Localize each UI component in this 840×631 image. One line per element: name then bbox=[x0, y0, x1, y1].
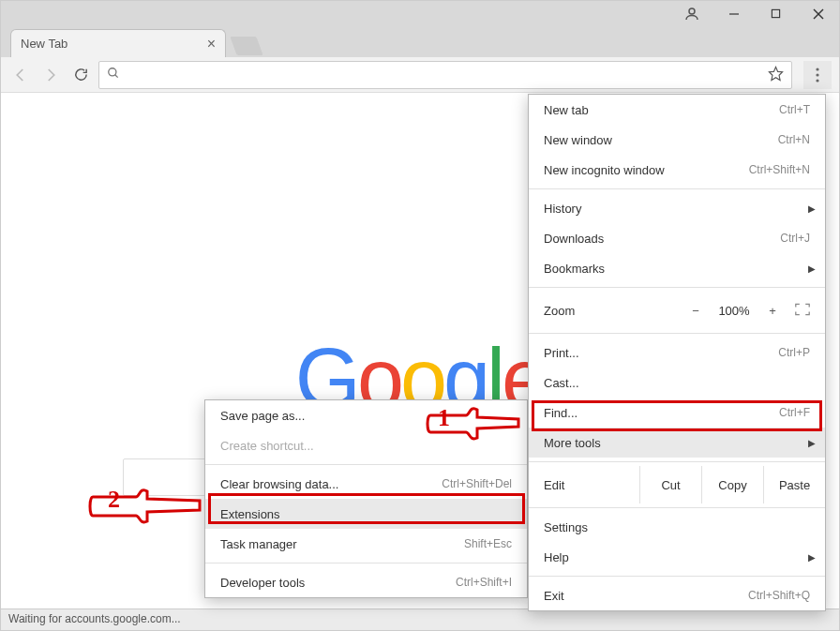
menu-label: Task manager bbox=[220, 537, 297, 551]
menu-find[interactable]: Find... Ctrl+F bbox=[529, 398, 825, 428]
menu-label: Settings bbox=[544, 520, 588, 534]
submenu-task-manager[interactable]: Task manager Shift+Esc bbox=[205, 529, 527, 559]
menu-separator bbox=[529, 507, 825, 508]
menu-help[interactable]: Help ▶ bbox=[529, 542, 825, 572]
menu-label: Find... bbox=[544, 406, 578, 420]
menu-new-tab[interactable]: New tab Ctrl+T bbox=[529, 95, 825, 125]
chevron-right-icon: ▶ bbox=[808, 203, 816, 214]
submenu-developer-tools[interactable]: Developer tools Ctrl+Shift+I bbox=[205, 567, 527, 597]
annotation-number-1: 1 bbox=[438, 404, 450, 432]
menu-separator bbox=[529, 576, 825, 577]
menu-label: Help bbox=[544, 550, 569, 564]
menu-label: Create shortcut... bbox=[220, 439, 314, 453]
zoom-label: Zoom bbox=[544, 304, 681, 318]
back-button[interactable] bbox=[8, 63, 33, 87]
menu-label: Clear browsing data... bbox=[220, 477, 338, 491]
minimize-button[interactable] bbox=[712, 1, 755, 26]
status-bar: Waiting for accounts.google.com... bbox=[1, 608, 839, 630]
menu-shortcut: Ctrl+Shift+I bbox=[456, 576, 512, 589]
edit-copy-button[interactable]: Copy bbox=[701, 466, 763, 503]
svg-rect-2 bbox=[772, 9, 779, 17]
menu-print[interactable]: Print... Ctrl+P bbox=[529, 338, 825, 368]
chevron-right-icon: ▶ bbox=[808, 438, 816, 448]
account-icon[interactable] bbox=[670, 1, 712, 26]
annotation-number-2: 2 bbox=[108, 486, 120, 514]
reload-button[interactable] bbox=[68, 63, 93, 87]
omnibox-input[interactable] bbox=[126, 67, 762, 83]
zoom-value: 100% bbox=[711, 304, 758, 318]
new-tab-button[interactable] bbox=[230, 37, 262, 55]
menu-bookmarks[interactable]: Bookmarks ▶ bbox=[529, 253, 825, 283]
edit-paste-button[interactable]: Paste bbox=[763, 466, 825, 503]
forward-button[interactable] bbox=[38, 63, 63, 87]
menu-shortcut: Shift+Esc bbox=[464, 537, 512, 550]
menu-separator bbox=[205, 464, 527, 465]
menu-shortcut: Ctrl+P bbox=[778, 346, 810, 359]
tab-new-tab[interactable]: New Tab × bbox=[10, 29, 226, 57]
menu-shortcut: Ctrl+Shift+N bbox=[749, 163, 810, 176]
svg-point-0 bbox=[689, 8, 695, 14]
menu-history[interactable]: History ▶ bbox=[529, 193, 825, 223]
menu-separator bbox=[529, 188, 825, 189]
menu-new-window[interactable]: New window Ctrl+N bbox=[529, 125, 825, 155]
zoom-in-button[interactable]: + bbox=[758, 304, 788, 318]
menu-shortcut: Ctrl+T bbox=[779, 103, 810, 116]
svg-point-5 bbox=[109, 68, 116, 76]
browser-window: New Tab × Gm Googl bbox=[0, 0, 840, 631]
status-text: Waiting for accounts.google.com... bbox=[8, 612, 181, 625]
svg-line-6 bbox=[115, 75, 118, 78]
tab-close-icon[interactable]: × bbox=[207, 37, 216, 52]
annotation-hand-1: 1 bbox=[425, 400, 528, 445]
menu-shortcut: Ctrl+Shift+Q bbox=[748, 589, 810, 602]
search-icon bbox=[107, 67, 120, 83]
annotation-hand-2: 2 bbox=[87, 482, 207, 529]
menu-label: Downloads bbox=[544, 232, 604, 246]
menu-label: More tools bbox=[544, 436, 601, 450]
fullscreen-icon[interactable] bbox=[795, 303, 810, 319]
menu-label: Bookmarks bbox=[544, 262, 605, 276]
menu-more-tools[interactable]: More tools ▶ bbox=[529, 428, 825, 458]
menu-shortcut: Ctrl+Shift+Del bbox=[442, 477, 512, 490]
menu-label: Extensions bbox=[220, 507, 280, 521]
menu-zoom: Zoom − 100% + bbox=[529, 292, 825, 329]
tab-strip: New Tab × bbox=[1, 26, 839, 57]
menu-shortcut: Ctrl+J bbox=[780, 232, 810, 245]
menu-label: History bbox=[544, 202, 581, 216]
menu-settings[interactable]: Settings bbox=[529, 512, 825, 542]
maximize-button[interactable] bbox=[755, 1, 797, 26]
menu-shortcut: Ctrl+N bbox=[778, 133, 810, 146]
menu-label: Save page as... bbox=[220, 409, 305, 423]
chrome-menu-button[interactable] bbox=[803, 61, 832, 89]
menu-new-incognito[interactable]: New incognito window Ctrl+Shift+N bbox=[529, 155, 825, 185]
menu-label: New incognito window bbox=[544, 163, 665, 177]
menu-label: New tab bbox=[544, 103, 589, 117]
menu-label: Cast... bbox=[544, 376, 579, 390]
bookmark-star-icon[interactable] bbox=[768, 66, 784, 84]
submenu-extensions[interactable]: Extensions bbox=[205, 499, 527, 529]
svg-point-10 bbox=[816, 79, 818, 82]
chevron-right-icon: ▶ bbox=[808, 263, 816, 274]
edit-label: Edit bbox=[544, 478, 639, 492]
edit-cut-button[interactable]: Cut bbox=[639, 466, 701, 503]
zoom-out-button[interactable]: − bbox=[681, 304, 711, 318]
main-menu: New tab Ctrl+T New window Ctrl+N New inc… bbox=[528, 94, 826, 611]
menu-separator bbox=[529, 287, 825, 288]
submenu-clear-browsing[interactable]: Clear browsing data... Ctrl+Shift+Del bbox=[205, 469, 527, 499]
svg-point-8 bbox=[816, 68, 818, 70]
menu-separator bbox=[205, 563, 527, 563]
address-bar[interactable] bbox=[98, 61, 792, 89]
menu-edit: Edit Cut Copy Paste bbox=[529, 466, 825, 503]
svg-point-9 bbox=[816, 73, 818, 76]
menu-shortcut: Ctrl+F bbox=[779, 406, 810, 419]
menu-downloads[interactable]: Downloads Ctrl+J bbox=[529, 223, 825, 253]
titlebar bbox=[1, 1, 839, 26]
menu-label: Print... bbox=[544, 346, 579, 360]
close-button[interactable] bbox=[797, 1, 839, 26]
chevron-right-icon: ▶ bbox=[808, 552, 816, 563]
menu-label: Developer tools bbox=[220, 576, 305, 590]
menu-cast[interactable]: Cast... bbox=[529, 368, 825, 398]
tab-title: New Tab bbox=[21, 37, 68, 51]
menu-exit[interactable]: Exit Ctrl+Shift+Q bbox=[529, 580, 825, 610]
menu-separator bbox=[529, 333, 825, 334]
menu-label: New window bbox=[544, 133, 612, 147]
